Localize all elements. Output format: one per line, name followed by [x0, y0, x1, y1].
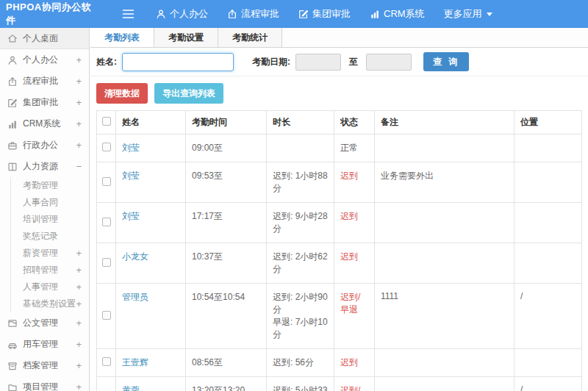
expand-toggle-icon[interactable]: + — [76, 281, 83, 293]
row-checkbox[interactable] — [102, 177, 111, 186]
tab-attendance-stats[interactable]: 考勤统计 — [218, 28, 282, 47]
sidebar-item-集团审批[interactable]: 集团审批 + — [0, 92, 89, 113]
column-header: 状态 — [334, 111, 375, 134]
remark-cell — [375, 203, 514, 243]
sidebar-item-label: 招聘管理 — [23, 264, 76, 276]
date-from-input[interactable] — [295, 54, 341, 71]
column-header: 备注 — [375, 111, 514, 134]
sidebar-item-个人桌面[interactable]: 个人桌面 — [0, 28, 89, 49]
status-cell: 迟到/早退 — [334, 284, 375, 349]
expand-toggle-icon[interactable]: + — [76, 97, 83, 108]
table-row: 王壹辉 08:56至 迟到: 56分 迟到 — [97, 349, 582, 377]
table-row: 黄蓉 13:20至13:20 迟到: 5小时33分 早退: 4小时67分 迟到/… — [97, 377, 582, 391]
sidebar-item-薪资管理[interactable]: 薪资管理 + — [10, 245, 89, 262]
attendance-time-cell: 13:20至13:20 — [186, 377, 267, 391]
sidebar-item-奖惩记录[interactable]: 奖惩记录 — [10, 228, 89, 245]
hamburger-menu-icon[interactable] — [122, 9, 135, 19]
row-checkbox[interactable] — [102, 357, 111, 366]
row-checkbox[interactable] — [102, 311, 111, 320]
user-icon — [156, 9, 166, 19]
tab-attendance-list[interactable]: 考勤列表 — [90, 28, 154, 47]
sidebar-item-人力资源[interactable]: 人力资源 − — [0, 156, 89, 177]
briefcase-icon — [7, 140, 18, 151]
expand-toggle-icon[interactable]: + — [76, 248, 83, 259]
expand-toggle-icon[interactable]: + — [76, 381, 83, 391]
sidebar-item-人事管理[interactable]: 人事管理 + — [10, 279, 89, 295]
sidebar-item-项目管理[interactable]: 项目管理 + — [0, 376, 89, 391]
sidebar-item-流程审批[interactable]: 流程审批 + — [0, 71, 89, 92]
sidebar-item-label: 用车管理 — [23, 338, 76, 351]
clear-data-button[interactable]: 清理数据 — [96, 83, 148, 104]
flow-icon — [227, 9, 237, 19]
sidebar-item-CRM系统[interactable]: CRM系统 + — [0, 113, 89, 134]
employee-name-link[interactable]: 管理员 — [122, 292, 148, 302]
sidebar-item-label: 行政办公 — [23, 139, 76, 151]
sidebar-item-label: 项目管理 — [23, 381, 76, 391]
column-header: 考勤时间 — [186, 111, 267, 134]
search-button[interactable]: 查 询 — [423, 52, 469, 71]
chevron-down-icon — [487, 12, 492, 16]
expand-toggle-icon[interactable]: + — [76, 76, 83, 87]
sidebar-item-label: 个人桌面 — [23, 32, 83, 45]
date-to-input[interactable] — [366, 54, 412, 71]
employee-name-link[interactable]: 黄蓉 — [122, 385, 140, 391]
sidebar-item-公文管理[interactable]: 公文管理 + — [0, 312, 89, 334]
expand-toggle-icon[interactable]: + — [76, 360, 83, 371]
employee-name-link[interactable]: 小龙女 — [122, 251, 148, 262]
to-label: 至 — [349, 56, 358, 68]
expand-toggle-icon[interactable]: + — [76, 265, 83, 276]
sidebar-item-label: CRM系统 — [23, 118, 76, 130]
sidebar-item-培训管理[interactable]: 培训管理 — [10, 211, 89, 228]
name-input[interactable] — [122, 53, 234, 71]
navbar-item[interactable]: 个人办公 — [156, 7, 208, 21]
action-bar: 清理数据 导出查询列表 — [90, 76, 588, 110]
car-icon — [7, 340, 18, 350]
sidebar-item-行政办公[interactable]: 行政办公 + — [0, 134, 89, 156]
export-list-button[interactable]: 导出查询列表 — [154, 83, 223, 104]
navbar-item[interactable]: CRM系统 — [370, 7, 425, 21]
navbar-item[interactable]: 流程审批 — [227, 7, 279, 21]
remark-cell — [375, 243, 514, 284]
expand-toggle-icon[interactable]: − — [76, 161, 83, 172]
sidebar-item-人事合同[interactable]: 人事合同 — [10, 194, 89, 211]
sidebar-item-label: 人事管理 — [23, 281, 76, 293]
sidebar-item-label: 基础类别设置 — [23, 298, 76, 310]
expand-toggle-icon[interactable]: + — [76, 318, 83, 329]
row-checkbox[interactable] — [102, 258, 111, 267]
column-header: 时长 — [267, 111, 334, 134]
location-cell — [514, 243, 582, 284]
main-content: 考勤列表 考勤设置 考勤统计 姓名: 考勤日期: 至 查 询 清理数据 导出查询… — [90, 28, 588, 391]
navbar-item[interactable]: 集团审批 — [298, 7, 351, 21]
expand-toggle-icon[interactable]: + — [76, 339, 83, 350]
row-checkbox[interactable] — [102, 143, 111, 151]
edit-icon — [298, 9, 309, 19]
tab-attendance-settings[interactable]: 考勤设置 — [154, 28, 218, 47]
expand-toggle-icon[interactable]: + — [76, 298, 83, 309]
sidebar-item-个人办公[interactable]: 个人办公 + — [0, 49, 89, 71]
sidebar-item-基础类别设置[interactable]: 基础类别设置 + — [10, 295, 89, 312]
attendance-table: 姓名考勤时间时长状态备注位置 刘莹 09:00至 正常 刘莹 09:53至 迟到… — [96, 110, 582, 391]
select-all-checkbox[interactable] — [102, 117, 111, 126]
attendance-table-wrap: 姓名考勤时间时长状态备注位置 刘莹 09:00至 正常 刘莹 09:53至 迟到… — [96, 110, 582, 391]
expand-toggle-icon[interactable]: + — [76, 54, 83, 65]
edit-icon — [7, 98, 18, 108]
navbar-item-label: 集团审批 — [312, 7, 351, 21]
employee-name-link[interactable]: 刘莹 — [122, 171, 140, 181]
sidebar-item-用车管理[interactable]: 用车管理 + — [0, 334, 89, 355]
expand-toggle-icon[interactable]: + — [76, 140, 83, 151]
employee-name-link[interactable]: 刘莹 — [122, 143, 140, 153]
sidebar-item-考勤管理[interactable]: 考勤管理 — [10, 177, 89, 194]
employee-name-link[interactable]: 王壹辉 — [122, 357, 148, 367]
remark-cell: 业务需要外出 — [375, 162, 514, 203]
sidebar-item-档案管理[interactable]: 档案管理 + — [0, 355, 89, 376]
name-label: 姓名: — [96, 56, 117, 68]
sidebar-item-招聘管理[interactable]: 招聘管理 + — [10, 262, 89, 279]
navbar-item[interactable]: 更多应用 — [444, 7, 492, 21]
expand-toggle-icon[interactable]: + — [76, 118, 83, 129]
employee-name-link[interactable]: 刘莹 — [122, 211, 140, 221]
duration-cell: 迟到: 5小时33分 早退: 4小时67分 — [267, 377, 334, 391]
remark-cell — [375, 377, 514, 391]
remark-cell — [375, 134, 514, 162]
row-checkbox[interactable] — [102, 218, 111, 226]
sidebar-item-label: 个人办公 — [23, 54, 76, 66]
